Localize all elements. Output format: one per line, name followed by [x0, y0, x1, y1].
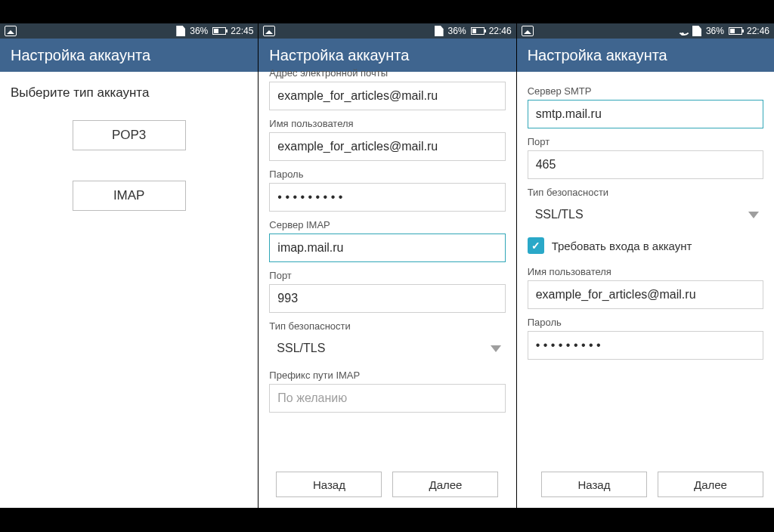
security-type-value: SSL/TLS	[535, 208, 584, 221]
username-label: Имя пользователя	[269, 118, 505, 129]
password-field[interactable]: • • • • • • • • •	[269, 183, 505, 212]
require-login-label: Требовать входа в аккаунт	[552, 240, 692, 252]
notification-image-icon	[5, 26, 17, 36]
battery-percent: 36%	[706, 26, 724, 36]
username-field[interactable]: example_for_articles@mail.ru	[269, 132, 505, 161]
imap-prefix-field[interactable]: По желанию	[269, 384, 505, 413]
smtp-server-field[interactable]: smtp.mail.ru	[528, 100, 763, 128]
battery-icon	[212, 27, 226, 35]
email-label: Адрес электронной почты	[269, 67, 505, 79]
password-label: Пароль	[528, 317, 763, 328]
status-bar: 36% 22:45	[0, 23, 258, 39]
password-field[interactable]: • • • • • • • • •	[528, 331, 763, 360]
port-label: Порт	[269, 270, 505, 281]
security-type-dropdown[interactable]: SSL/TLS	[528, 201, 763, 228]
clock: 22:46	[747, 26, 769, 36]
next-button[interactable]: Далее	[658, 472, 763, 497]
email-field[interactable]: example_for_articles@mail.ru	[269, 82, 505, 110]
back-button[interactable]: Назад	[276, 472, 382, 497]
chevron-down-icon	[748, 212, 759, 218]
notification-image-icon	[263, 26, 275, 36]
require-login-checkbox[interactable]: ✓	[528, 237, 544, 254]
screen-account-type: 36% 22:45 Настройка аккаунта Выберите ти…	[0, 23, 258, 508]
app-bar: Настройка аккаунта	[517, 39, 774, 72]
three-screens-row: 36% 22:45 Настройка аккаунта Выберите ти…	[0, 23, 774, 508]
security-type-label: Тип безопасности	[528, 187, 763, 198]
imap-server-label: Сервер IMAP	[269, 219, 505, 230]
screen-smtp-settings: 36% 22:46 Настройка аккаунта Сервер SMTP…	[516, 23, 774, 508]
notification-image-icon	[522, 26, 534, 36]
chevron-down-icon	[491, 345, 501, 352]
port-field[interactable]: 993	[269, 284, 505, 313]
smtp-server-label: Сервер SMTP	[528, 85, 763, 97]
status-bar: 36% 22:46	[517, 23, 774, 39]
wifi-icon	[677, 27, 688, 36]
imap-server-field[interactable]: imap.mail.ru	[269, 234, 505, 262]
imap-button[interactable]: IMAP	[73, 181, 186, 211]
password-label: Пароль	[269, 169, 505, 180]
require-login-row[interactable]: ✓ Требовать входа в аккаунт	[528, 237, 763, 254]
security-type-label: Тип безопасности	[269, 320, 505, 332]
pop3-button[interactable]: POP3	[73, 120, 186, 150]
page-title: Настройка аккаунта	[269, 47, 409, 64]
battery-percent: 36%	[190, 26, 208, 36]
sd-card-icon	[176, 26, 185, 36]
sd-card-icon	[692, 26, 701, 36]
username-label: Имя пользователя	[528, 266, 763, 277]
nav-footer: Назад Далее	[259, 461, 515, 508]
username-field[interactable]: example_for_articles@mail.ru	[528, 280, 763, 309]
imap-prefix-label: Префикс пути IMAP	[269, 370, 505, 381]
port-field[interactable]: 465	[528, 150, 763, 179]
page-title: Настройка аккаунта	[11, 47, 150, 64]
security-type-value: SSL/TLS	[277, 342, 325, 355]
port-label: Порт	[528, 136, 763, 147]
status-bar: 36% 22:46	[259, 23, 515, 39]
battery-percent: 36%	[448, 26, 466, 36]
next-button[interactable]: Далее	[392, 472, 498, 497]
security-type-dropdown[interactable]: SSL/TLS	[269, 335, 505, 362]
clock: 22:45	[231, 26, 253, 36]
battery-icon	[729, 27, 742, 35]
battery-icon	[471, 27, 485, 35]
sd-card-icon	[435, 26, 444, 36]
screen-imap-settings: 36% 22:46 Настройка аккаунта Адрес элект…	[258, 23, 515, 508]
nav-footer: Назад Далее	[517, 461, 774, 508]
account-type-prompt: Выберите тип аккаунта	[11, 85, 247, 101]
app-bar: Настройка аккаунта	[0, 39, 258, 72]
clock: 22:46	[489, 26, 512, 36]
back-button[interactable]: Назад	[541, 472, 647, 497]
page-title: Настройка аккаунта	[528, 47, 667, 64]
